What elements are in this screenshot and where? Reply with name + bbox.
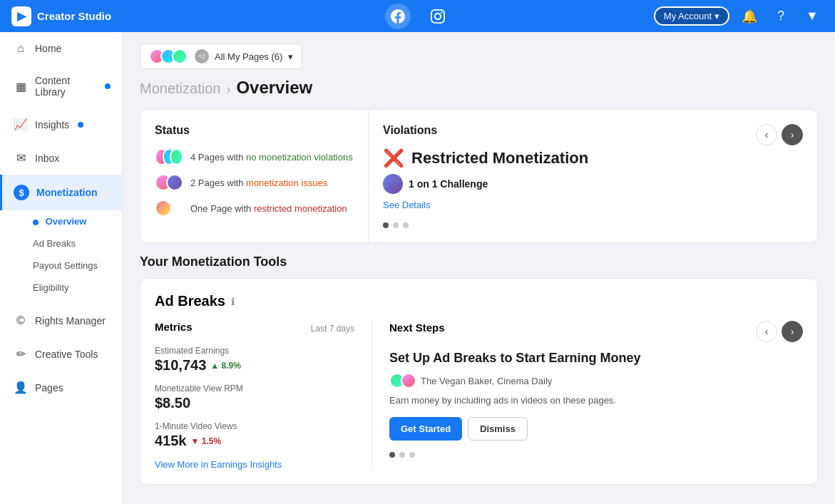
sidebar: ⌂ Home ▦ Content Library 📈 Insights ✉ In… bbox=[0, 32, 123, 504]
sidebar-sub-ad-breaks[interactable]: Ad Breaks bbox=[0, 232, 122, 254]
status-link-0[interactable]: no monetization violations bbox=[246, 152, 353, 163]
inbox-icon: ✉ bbox=[14, 151, 28, 165]
topbar-center bbox=[385, 4, 451, 29]
sidebar-sub-payout-settings[interactable]: Payout Settings bbox=[0, 254, 122, 277]
status-link-1[interactable]: monetization issues bbox=[246, 178, 327, 188]
pages-plus-badge: +2 bbox=[195, 49, 209, 63]
home-icon: ⌂ bbox=[14, 42, 28, 55]
overview-label: Overview bbox=[46, 216, 87, 227]
topbar-right: My Account ▾ 🔔 ? ▼ bbox=[654, 5, 824, 28]
sidebar-item-rights[interactable]: © Rights Manager bbox=[0, 304, 122, 337]
violations-title: Violations bbox=[383, 124, 803, 137]
expand-button[interactable]: ▼ bbox=[801, 5, 824, 28]
see-details-link[interactable]: See Details bbox=[383, 200, 430, 210]
status-avatars-2 bbox=[155, 200, 183, 217]
layout: ⌂ Home ▦ Content Library 📈 Insights ✉ In… bbox=[0, 32, 835, 504]
ad-breaks-card: Ad Breaks ℹ Metrics Last 7 days Estimate… bbox=[140, 278, 818, 485]
metric-value-0: $10,743 ▲ 8.9% bbox=[155, 357, 354, 374]
violation-next-btn[interactable]: › bbox=[782, 124, 803, 145]
page-selector[interactable]: +2 All My Pages (6) ▾ bbox=[140, 43, 302, 69]
violation-challenge: 1 on 1 Challenge bbox=[409, 178, 488, 190]
rights-icon: © bbox=[14, 314, 28, 327]
violation-dot-2 bbox=[403, 222, 409, 228]
account-label: My Account bbox=[664, 11, 712, 21]
step-pages: The Vegan Baker, Cinema Daily bbox=[389, 373, 803, 389]
next-steps-nav: ‹ › bbox=[756, 321, 803, 342]
sidebar-item-inbox-label: Inbox bbox=[35, 153, 59, 164]
status-text-0: 4 Pages with no monetization violations bbox=[190, 152, 353, 163]
page-avatars bbox=[149, 48, 188, 64]
status-link-2[interactable]: restricted monetization bbox=[254, 203, 347, 214]
violation-title: Restricted Monetization bbox=[411, 149, 588, 168]
status-avatar-2a bbox=[155, 200, 172, 217]
step-dot-2 bbox=[409, 452, 415, 458]
sidebar-sub-overview[interactable]: Overview bbox=[0, 210, 122, 232]
sidebar-item-inbox[interactable]: ✉ Inbox bbox=[0, 141, 122, 175]
account-chevron: ▾ bbox=[714, 11, 719, 21]
sidebar-item-monetization[interactable]: $ Monetization bbox=[0, 175, 122, 210]
violation-error-icon: ❌ bbox=[383, 148, 404, 168]
sidebar-item-pages-label: Pages bbox=[35, 382, 63, 394]
ad-breaks-header: Ad Breaks ℹ bbox=[155, 293, 803, 309]
metric-value-2: 415k ▼ 1.5% bbox=[155, 433, 354, 449]
status-row-0: 4 Pages with no monetization violations bbox=[155, 148, 354, 165]
topbar: ▶ Creator Studio My Account ▾ 🔔 ? ▼ bbox=[0, 0, 835, 32]
sidebar-item-home[interactable]: ⌂ Home bbox=[0, 32, 122, 65]
help-button[interactable]: ? bbox=[769, 5, 792, 28]
status-text-1: 2 Pages with monetization issues bbox=[190, 178, 327, 188]
brand-label: Creator Studio bbox=[37, 10, 111, 22]
ad-breaks-label: Ad Breaks bbox=[33, 238, 76, 249]
status-avatar-0c bbox=[170, 148, 183, 165]
step-actions: Get Started Dismiss bbox=[389, 417, 803, 441]
main-content: +2 All My Pages (6) ▾ Monetization › Ove… bbox=[123, 32, 835, 504]
sidebar-sub-eligibility[interactable]: Eligibility bbox=[0, 277, 122, 299]
view-more-link[interactable]: View More in Earnings Insights bbox=[155, 459, 354, 470]
breadcrumb-separator: › bbox=[226, 82, 230, 97]
next-steps-prev-btn[interactable]: ‹ bbox=[756, 321, 777, 342]
sidebar-item-insights[interactable]: 📈 Insights bbox=[0, 108, 122, 141]
status-panel: Status 4 Pages with no monetization viol… bbox=[140, 110, 369, 242]
ad-breaks-body: Metrics Last 7 days Estimated Earnings $… bbox=[155, 321, 803, 470]
metrics-title: Metrics bbox=[155, 321, 193, 333]
metric-label-2: 1-Minute Video Views bbox=[155, 421, 354, 431]
violation-header: ❌ Restricted Monetization bbox=[383, 148, 803, 168]
ad-breaks-title: Ad Breaks bbox=[155, 293, 225, 309]
next-steps-panel: Next Steps ‹ › Set Up Ad Breaks to Start… bbox=[372, 321, 803, 470]
status-row-2: One Page with restricted monetization bbox=[155, 200, 354, 217]
pages-icon: 👤 bbox=[14, 381, 28, 394]
insights-icon: 📈 bbox=[14, 118, 28, 131]
sidebar-item-content-library-label: Content Library bbox=[35, 75, 96, 98]
ad-breaks-info-icon[interactable]: ℹ bbox=[231, 296, 235, 307]
account-button[interactable]: My Account ▾ bbox=[654, 6, 729, 26]
sidebar-item-content-library[interactable]: ▦ Content Library bbox=[0, 65, 122, 108]
dismiss-button[interactable]: Dismiss bbox=[468, 417, 528, 441]
metric-rpm: Monetizable View RPM $8.50 bbox=[155, 384, 354, 411]
facebook-platform-btn[interactable] bbox=[385, 4, 411, 29]
status-avatars-0 bbox=[155, 148, 183, 165]
sidebar-item-pages[interactable]: 👤 Pages bbox=[0, 371, 122, 404]
metric-change-0: ▲ 8.9% bbox=[210, 361, 241, 371]
get-started-button[interactable]: Get Started bbox=[389, 417, 462, 441]
breadcrumb: Monetization › Overview bbox=[140, 78, 818, 98]
next-steps-next-btn[interactable]: › bbox=[782, 321, 803, 342]
status-text-2: One Page with restricted monetization bbox=[190, 203, 347, 214]
breadcrumb-current: Overview bbox=[236, 78, 312, 98]
eligibility-label: Eligibility bbox=[33, 282, 69, 293]
avatar-3 bbox=[172, 48, 188, 64]
step-page-names: The Vegan Baker, Cinema Daily bbox=[421, 376, 552, 386]
page-selector-chevron: ▾ bbox=[288, 51, 293, 62]
metric-label-0: Estimated Earnings bbox=[155, 346, 354, 356]
next-steps-title: Next Steps bbox=[389, 322, 445, 334]
content-library-icon: ▦ bbox=[14, 80, 28, 93]
page-selector-label: All My Pages (6) bbox=[215, 51, 282, 62]
sidebar-item-creative-tools[interactable]: ✏ Creative Tools bbox=[0, 337, 122, 371]
instagram-platform-btn[interactable] bbox=[425, 4, 451, 29]
notifications-button[interactable]: 🔔 bbox=[738, 5, 761, 28]
violation-prev-btn[interactable]: ‹ bbox=[756, 124, 777, 145]
status-avatars-1 bbox=[155, 174, 183, 191]
sidebar-item-monetization-label: Monetization bbox=[36, 187, 98, 198]
metric-label-1: Monetizable View RPM bbox=[155, 384, 354, 394]
content-library-badge bbox=[105, 83, 111, 89]
status-avatar-1b bbox=[166, 174, 183, 191]
status-row-1: 2 Pages with monetization issues bbox=[155, 174, 354, 191]
